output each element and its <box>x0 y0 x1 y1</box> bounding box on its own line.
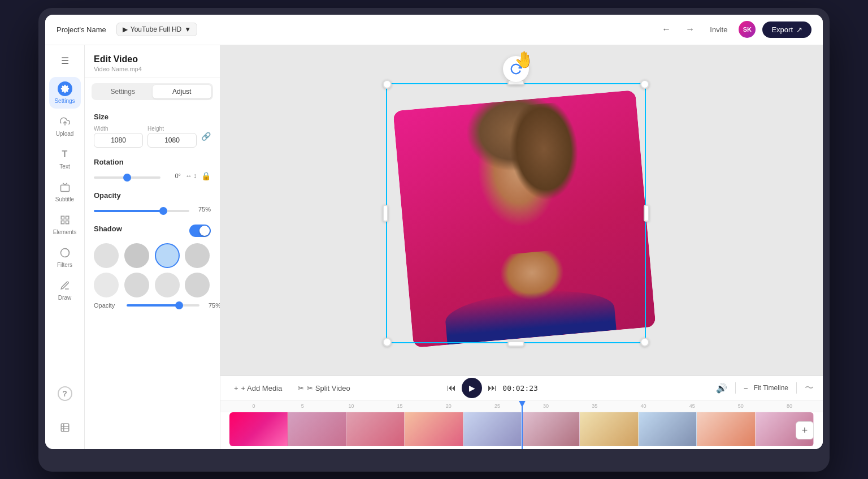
canvas-area: 🤚 + + Add Media ✂ ✂ Split <box>220 45 823 449</box>
toolbar-filters-label: Filters <box>57 262 72 268</box>
toolbar-item-elements[interactable]: Elements <box>49 208 81 240</box>
thumb-9 <box>697 412 755 446</box>
filters-icon <box>58 245 72 260</box>
toolbar-elements-label: Elements <box>53 229 77 235</box>
flip-h-button[interactable]: ↔ <box>185 172 192 180</box>
handle-br[interactable] <box>640 338 649 347</box>
swatch-3[interactable] <box>155 243 180 268</box>
rotation-icons: ↔ ↕ <box>185 172 197 180</box>
rotation-slider[interactable] <box>94 176 160 179</box>
tick-20: 20 <box>424 403 473 409</box>
canvas-viewport[interactable]: 🤚 <box>220 45 823 376</box>
height-input[interactable] <box>147 133 197 148</box>
svg-rect-2 <box>60 185 69 191</box>
height-label: Height <box>147 126 197 132</box>
shadow-toggle[interactable] <box>189 225 211 237</box>
playback-controls: ⏮ ▶ ⏭ 00:02:23 <box>447 378 538 398</box>
swatch-7[interactable] <box>155 273 180 297</box>
swatch-4[interactable] <box>185 243 210 268</box>
add-media-button[interactable]: + + Add Media <box>229 382 287 395</box>
prev-frame-button[interactable]: ⏮ <box>447 383 456 393</box>
opacity-slider[interactable] <box>94 210 189 212</box>
play-button[interactable]: ▶ <box>462 378 482 398</box>
toolbar-item-filters[interactable]: Filters <box>49 241 81 273</box>
handle-bl[interactable] <box>383 338 392 347</box>
tick-50: 50 <box>717 403 765 409</box>
toolbar-settings-label: Settings <box>54 98 75 104</box>
timeline-area: + + Add Media ✂ ✂ Split Video ⏮ ▶ ⏭ 00:0… <box>220 376 823 449</box>
undo-button[interactable]: ← <box>658 21 675 38</box>
playhead[interactable] <box>522 401 523 449</box>
height-field: Height <box>147 126 197 148</box>
width-input[interactable] <box>94 133 143 148</box>
volume-icon[interactable]: 🔊 <box>716 383 727 394</box>
handle-tr[interactable] <box>640 80 649 89</box>
export-button[interactable]: Export ↗ <box>762 21 811 38</box>
header: Project's Name ▶ YouTube Full HD ▼ ← → I… <box>45 15 823 45</box>
menu-icon[interactable]: ☰ <box>54 51 76 71</box>
header-left: Project's Name ▶ YouTube Full HD ▼ <box>57 23 658 36</box>
swatch-6[interactable] <box>124 273 149 297</box>
timeline-controls: + + Add Media ✂ ✂ Split Video ⏮ ▶ ⏭ 00:0… <box>220 376 823 401</box>
tick-5: 5 <box>278 403 327 409</box>
export-label: Export <box>771 25 793 34</box>
swatch-1[interactable] <box>94 243 119 268</box>
toolbar-item-settings[interactable]: Settings <box>49 77 81 109</box>
shadow-opacity-slider[interactable] <box>127 304 199 307</box>
plus-icon: + <box>234 384 238 392</box>
elements-icon <box>58 213 72 227</box>
tab-settings[interactable]: Settings <box>93 85 153 98</box>
lock-icon[interactable]: 🔒 <box>201 171 211 180</box>
rotation-value: 0° <box>165 172 181 179</box>
toolbar-item-notes[interactable] <box>49 412 81 443</box>
settings-subtitle: Video Name.mp4 <box>94 66 211 72</box>
handle-tm[interactable] <box>507 80 524 85</box>
laptop-frame: Project's Name ▶ YouTube Full HD ▼ ← → I… <box>38 8 830 472</box>
svg-rect-3 <box>61 216 64 219</box>
split-video-button[interactable]: ✂ ✂ Split Video <box>293 382 355 395</box>
link-icon[interactable]: 🔗 <box>201 132 211 141</box>
toolbar-draw-label: Draw <box>58 295 71 301</box>
swatch-5[interactable] <box>94 273 119 297</box>
tick-30: 30 <box>522 403 570 409</box>
toolbar-item-help[interactable]: ? <box>49 378 81 409</box>
fit-timeline-label[interactable]: Fit Timeline <box>754 384 788 392</box>
handle-ml[interactable] <box>383 205 388 222</box>
fit-minus-icon[interactable]: − <box>744 384 748 392</box>
settings-title: Edit Video <box>94 54 211 64</box>
toggle-knob <box>199 226 210 236</box>
flip-v-button[interactable]: ↕ <box>193 172 197 180</box>
svg-rect-8 <box>61 424 69 431</box>
toolbar-item-upload[interactable]: Upload <box>49 110 81 141</box>
shadow-title: Shadow <box>94 225 122 233</box>
toolbar-item-text[interactable]: T Text <box>49 143 81 174</box>
shadow-opacity-value: 75% <box>204 302 220 309</box>
next-frame-button[interactable]: ⏭ <box>488 383 497 393</box>
tick-35: 35 <box>570 403 619 409</box>
header-right: ← → Invite SK Export ↗ <box>658 21 811 38</box>
redo-button[interactable]: → <box>682 21 698 38</box>
tab-adjust[interactable]: Adjust <box>153 85 212 98</box>
thumb-2 <box>288 412 346 446</box>
swatch-8[interactable] <box>185 273 210 297</box>
invite-button[interactable]: Invite <box>705 23 732 36</box>
waveform-icon[interactable]: 〜 <box>805 382 814 394</box>
opacity-value: 75% <box>194 206 211 213</box>
thumb-8 <box>639 412 697 446</box>
toolbar-text-label: Text <box>59 163 70 170</box>
format-selector[interactable]: ▶ YouTube Full HD ▼ <box>116 23 197 36</box>
swatch-2[interactable] <box>124 243 149 268</box>
add-to-track-button[interactable]: + <box>796 421 814 439</box>
notes-icon <box>58 420 72 435</box>
project-name[interactable]: Project's Name <box>57 25 106 34</box>
settings-header: Edit Video Video Name.mp4 <box>85 45 220 77</box>
rotation-title: Rotation <box>94 158 211 166</box>
handle-bm[interactable] <box>507 341 524 347</box>
opacity-title: Opacity <box>94 191 211 200</box>
toolbar-item-draw[interactable]: Draw <box>49 274 81 305</box>
toolbar-item-subtitle[interactable]: Subtitle <box>49 175 81 207</box>
divider <box>735 382 736 394</box>
timeline-ruler: 0 5 10 15 20 25 30 35 40 45 50 80 <box>220 401 823 412</box>
handle-tl[interactable] <box>383 80 392 89</box>
rotate-handle[interactable]: 🤚 <box>503 56 529 82</box>
